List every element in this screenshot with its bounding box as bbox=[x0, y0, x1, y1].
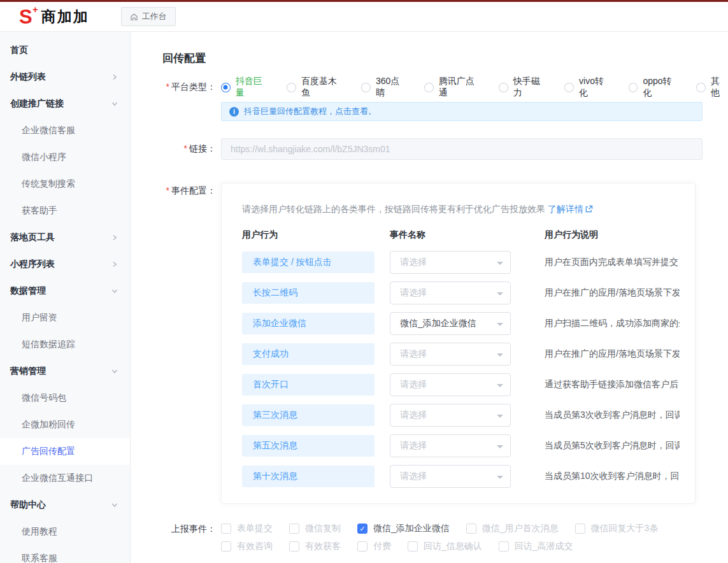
sidebar-item[interactable]: 外链列表 bbox=[0, 64, 130, 90]
behavior-description: 用户在页面内完成表单填写并提交 bbox=[545, 257, 680, 268]
report-event-checkbox[interactable]: ✓有效获客 bbox=[289, 541, 341, 552]
platform-radio[interactable]: vivo转化 bbox=[564, 76, 611, 99]
chevron-down-icon bbox=[497, 476, 503, 482]
behavior-chip[interactable]: 第三次消息 bbox=[242, 404, 375, 426]
platform-radio-group: 抖音巨量百度基木鱼360点睛腾讯广点通快手磁力vivo转化oppo转化其他 bbox=[221, 81, 728, 94]
platform-radio[interactable]: 抖音巨量 bbox=[221, 76, 270, 99]
behavior-description: 用户扫描二维码，成功添加商家的企业微信 bbox=[545, 318, 680, 329]
brand-logo: S+ 商加加 bbox=[19, 7, 89, 27]
report-event-checkbox[interactable]: ✓微信回复大于3条 bbox=[575, 523, 659, 534]
chevron-down-icon bbox=[497, 415, 503, 421]
platform-radio[interactable]: 360点睛 bbox=[361, 76, 408, 99]
info-icon: i bbox=[229, 107, 239, 117]
sidebar-item-label: 企业微信互通接口 bbox=[22, 473, 118, 484]
checkbox-label: 回访_高潜成交 bbox=[515, 541, 573, 552]
platform-radio[interactable]: oppo转化 bbox=[629, 76, 680, 99]
radio-icon bbox=[361, 83, 371, 92]
checkbox-icon: ✓ bbox=[289, 524, 299, 534]
event-config-intro: 请选择用户转化链路上的各类事件，按链路回传将更有利于优化广告投放效果了解详情 bbox=[242, 203, 680, 215]
event-name-select[interactable]: 微信_添加企业微信 bbox=[390, 312, 511, 335]
workspace-tab-label: 工作台 bbox=[142, 11, 167, 22]
select-placeholder: 请选择 bbox=[400, 471, 427, 482]
home-icon bbox=[130, 13, 138, 21]
report-event-checkbox[interactable]: ✓回访_信息确认 bbox=[408, 541, 482, 552]
report-event-checkbox[interactable]: ✓有效咨询 bbox=[221, 541, 273, 552]
radio-icon bbox=[424, 83, 434, 92]
behavior-chip[interactable]: 首次开口 bbox=[242, 374, 375, 396]
platform-radio[interactable]: 其他 bbox=[696, 76, 728, 99]
sidebar-item[interactable]: 微信号码包 bbox=[0, 385, 130, 411]
workspace-tab[interactable]: 工作台 bbox=[121, 7, 176, 26]
event-row: 首次开口请选择通过获客助手链接添加微信客户后，当微... bbox=[242, 369, 680, 400]
event-name-select[interactable]: 请选择 bbox=[390, 282, 511, 304]
checkbox-row: ✓有效咨询✓有效获客✓付费✓回访_信息确认✓回访_高潜成交 bbox=[221, 541, 674, 552]
sidebar-item-label: 小程序列表 bbox=[10, 259, 111, 270]
sidebar-item[interactable]: 数据管理 bbox=[0, 278, 130, 304]
sidebar-item[interactable]: 传统复制搜索 bbox=[0, 171, 130, 197]
event-row: 添加企业微信微信_添加企业微信用户扫描二维码，成功添加商家的企业微信 bbox=[242, 308, 680, 339]
checkbox-label: 有效获客 bbox=[305, 541, 341, 552]
event-name-select[interactable]: 请选择 bbox=[390, 343, 511, 366]
topbar: S+ 商加加 工作台 bbox=[0, 2, 728, 32]
sidebar-item[interactable]: 获客助手 bbox=[0, 197, 130, 224]
platform-radio[interactable]: 腾讯广点通 bbox=[424, 76, 482, 99]
behavior-description: 通过获客助手链接添加微信客户后，当微... bbox=[545, 379, 680, 390]
sidebar-item-label: 传统复制搜索 bbox=[22, 178, 118, 190]
event-name-select[interactable]: 请选择 bbox=[390, 373, 511, 396]
radio-icon bbox=[499, 83, 508, 92]
sidebar-item-label: 落地页工具 bbox=[10, 232, 111, 243]
platform-radio[interactable]: 百度基木鱼 bbox=[287, 76, 345, 99]
radio-icon bbox=[629, 83, 638, 92]
behavior-chip[interactable]: 第十次消息 bbox=[242, 466, 375, 487]
select-placeholder: 请选择 bbox=[400, 379, 427, 390]
link-input[interactable] bbox=[221, 138, 703, 160]
report-event-checkbox[interactable]: ✓表单提交 bbox=[221, 523, 273, 534]
sidebar-item[interactable]: 使用教程 bbox=[0, 518, 130, 545]
report-event-checkbox[interactable]: ✓回访_高潜成交 bbox=[499, 541, 573, 552]
behavior-chip[interactable]: 第五次消息 bbox=[242, 435, 375, 457]
sidebar-item[interactable]: 创建推广链接 bbox=[0, 90, 130, 117]
report-event-checkbox[interactable]: ✓微信_用户首次消息 bbox=[466, 523, 559, 534]
chevron-right-icon bbox=[111, 234, 118, 241]
sidebar-item[interactable]: 企微加粉回传 bbox=[0, 411, 130, 438]
event-row: 支付成功请选择用户在推广的应用/落地页场景下发生交... bbox=[242, 339, 680, 369]
platform-radio[interactable]: 快手磁力 bbox=[499, 76, 548, 99]
radio-label: oppo转化 bbox=[643, 76, 680, 99]
behavior-chip[interactable]: 添加企业微信 bbox=[242, 313, 375, 334]
sidebar-item-label: 首页 bbox=[10, 45, 118, 56]
checkbox-label: 回访_信息确认 bbox=[424, 541, 482, 552]
event-name-select[interactable]: 请选择 bbox=[390, 404, 511, 427]
sidebar-item[interactable]: 帮助中心 bbox=[0, 492, 130, 518]
behavior-description: 用户在推广的应用/落地页场景下发生交... bbox=[545, 348, 680, 360]
sidebar-item-label: 联系客服 bbox=[22, 553, 118, 563]
sidebar-item[interactable]: 联系客服 bbox=[0, 545, 130, 563]
sidebar-item[interactable]: 营销管理 bbox=[0, 358, 130, 385]
sidebar-item[interactable]: 用户留资 bbox=[0, 304, 130, 331]
checkbox-label: 有效咨询 bbox=[237, 541, 273, 552]
sidebar-item[interactable]: 落地页工具 bbox=[0, 224, 130, 251]
report-event-checkbox[interactable]: ✓微信_添加企业微信 bbox=[357, 523, 450, 534]
sidebar-item[interactable]: 微信小程序 bbox=[0, 144, 130, 171]
learn-more-link[interactable]: 了解详情 bbox=[548, 203, 593, 215]
sidebar-item-active[interactable]: 广告回传配置 bbox=[0, 438, 130, 465]
sidebar-item[interactable]: 企业微信互通接口 bbox=[0, 465, 130, 492]
chevron-down-icon bbox=[111, 501, 118, 509]
sidebar-item[interactable]: 短信数据追踪 bbox=[0, 331, 130, 358]
tutorial-alert[interactable]: i 抖音巨量回传配置教程，点击查看。 bbox=[221, 102, 703, 121]
event-name-select[interactable]: 请选择 bbox=[390, 465, 511, 488]
report-event-checkbox[interactable]: ✓付费 bbox=[357, 541, 391, 552]
sidebar-item[interactable]: 企业微信客服 bbox=[0, 117, 130, 144]
sidebar-item[interactable]: 小程序列表 bbox=[0, 251, 130, 278]
report-event-checkbox[interactable]: ✓微信复制 bbox=[289, 523, 341, 534]
checkbox-label: 微信_用户首次消息 bbox=[482, 523, 559, 534]
checkbox-label: 微信复制 bbox=[305, 523, 341, 534]
event-name-select[interactable]: 请选择 bbox=[390, 251, 511, 274]
behavior-chip[interactable]: 表单提交 / 按钮点击 bbox=[242, 252, 375, 273]
select-placeholder: 请选择 bbox=[400, 257, 427, 268]
sidebar-item[interactable]: 首页 bbox=[0, 37, 130, 64]
behavior-chip[interactable]: 支付成功 bbox=[242, 343, 375, 365]
event-name-select[interactable]: 请选择 bbox=[390, 434, 511, 457]
platform-type-row: *平台类型： 抖音巨量百度基木鱼360点睛腾讯广点通快手磁力vivo转化oppo… bbox=[162, 81, 728, 94]
behavior-chip[interactable]: 长按二维码 bbox=[242, 282, 375, 304]
brand-name: 商加加 bbox=[41, 7, 89, 27]
